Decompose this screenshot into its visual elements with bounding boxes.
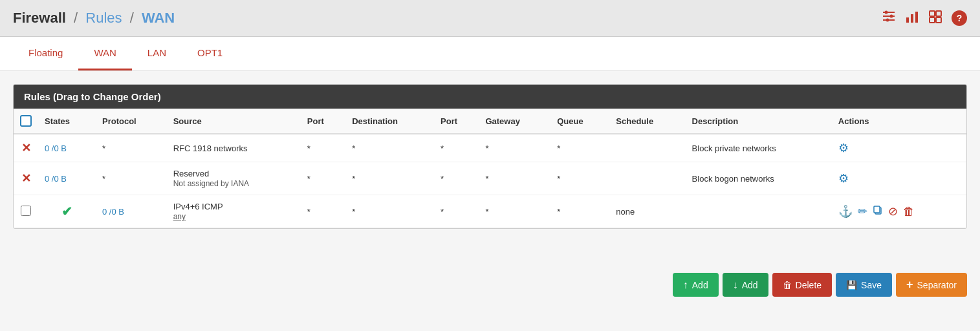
svg-rect-12 [936,17,941,23]
add-below-label: Add [742,280,758,290]
row2-states: 0 /0 B [38,162,96,195]
col-queue: Queue [550,109,609,134]
delete-button[interactable]: 🗑 Delete [772,273,832,297]
chart-bar-icon[interactable] [905,10,919,27]
table-row: ✔ 0 /0 B IPv4+6 ICMP any * * * * * none [14,195,966,228]
svg-rect-14 [874,206,880,213]
col-port2: Port [434,109,479,134]
add-above-icon: ↑ [683,279,688,291]
row3-action-icons: ⚓ ✏ ⊘ 🗑 [838,204,960,219]
col-schedule: Schedule [609,109,685,134]
table-row: ✕ 0 /0 B * RFC 1918 networks * * * * * B… [14,134,966,162]
row3-check-icon: ✔ [61,204,72,219]
tab-wan[interactable]: WAN [78,37,131,70]
row1-protocol: * [96,134,167,162]
svg-rect-6 [906,17,909,23]
row1-destination: * [345,134,434,162]
sliders-icon[interactable] [882,9,896,27]
col-source: Source [167,109,301,134]
row3-actions: ⚓ ✏ ⊘ 🗑 [832,195,966,228]
header-icon-group: ? [882,9,967,27]
row1-status-x: ✕ [21,142,31,155]
breadcrumb-rules[interactable]: Rules [85,10,122,26]
svg-rect-7 [911,14,913,23]
row3-queue: none [609,195,685,228]
tab-lan[interactable]: LAN [132,37,182,70]
col-destination: Destination [345,109,434,134]
row3-protocol-link[interactable]: any [173,212,186,221]
svg-point-1 [885,11,888,14]
col-protocol: Protocol [96,109,167,134]
row3-states: 0 /0 B [96,195,167,228]
row2-destination: * [345,162,434,195]
row2-port2: * [434,162,479,195]
row2-states-link[interactable]: 0 /0 B [45,174,67,184]
col-states: States [38,109,96,134]
row1-port2: * [434,134,479,162]
row1-description: Block private networks [686,134,832,162]
row1-actions: ⚙ [832,134,966,162]
row1-states-link[interactable]: 0 /0 B [45,144,67,153]
add-below-icon: ↓ [733,279,738,291]
row3-port2: * [479,195,550,228]
col-checkbox [14,109,38,134]
table-row: ✕ 0 /0 B * ReservedNot assigned by IANA … [14,162,966,195]
add-above-button[interactable]: ↑ Add [673,273,719,297]
delete-icon[interactable]: 🗑 [903,205,915,219]
save-label: Save [861,280,882,290]
select-all-checkbox[interactable] [20,115,32,127]
row1-states: 0 /0 B [38,134,96,162]
breadcrumb-firewall: Firewall [13,10,66,26]
separator-button[interactable]: + Separator [896,273,967,297]
disable-icon[interactable]: ⊘ [888,204,898,219]
row1-source: RFC 1918 networks [167,134,301,162]
tab-floating[interactable]: Floating [13,37,78,70]
separator-label: Separator [917,280,957,290]
row1-schedule [609,134,685,162]
anchor-icon[interactable]: ⚓ [838,204,853,219]
row1-queue: * [550,134,609,162]
grid-icon[interactable] [928,10,942,27]
breadcrumb-sep2: / [130,10,134,26]
tab-opt1[interactable]: OPT1 [182,37,238,70]
row1-port1: * [301,134,345,162]
footer-action-bar: ↑ Add ↓ Add 🗑 Delete 💾 Save + Separator [0,265,980,304]
row2-actions: ⚙ [832,162,966,195]
row2-gateway: * [479,162,550,195]
row2-source: ReservedNot assigned by IANA [167,162,301,195]
row2-schedule [609,162,685,195]
col-actions: Actions [832,109,966,134]
row3-checkbox-cell [14,195,38,228]
row3-schedule [686,195,832,228]
save-icon: 💾 [846,280,857,290]
page-header: Firewall / Rules / WAN [0,0,980,37]
row1-gateway: * [479,134,550,162]
svg-point-3 [890,15,893,18]
table-header-title: Rules (Drag to Change Order) [14,85,966,109]
save-button[interactable]: 💾 Save [836,273,892,297]
delete-label: Delete [796,280,822,290]
row2-port1: * [301,162,345,195]
help-icon[interactable]: ? [952,10,967,26]
row3-gateway: * [550,195,609,228]
col-description: Description [686,109,832,134]
row1-checkbox-cell: ✕ [14,134,38,162]
row1-gear-icon[interactable]: ⚙ [838,142,849,155]
breadcrumb: Firewall / Rules / WAN [13,10,175,27]
breadcrumb-sep1: / [74,10,78,26]
svg-rect-11 [930,17,935,23]
row3-protocol: IPv4+6 ICMP any [167,195,301,228]
col-gateway: Gateway [479,109,550,134]
row3-port1: * [345,195,434,228]
edit-icon[interactable]: ✏ [858,204,867,219]
row3-status: ✔ [38,195,96,228]
row3-states-link[interactable]: 0 /0 B [102,207,124,217]
copy-icon[interactable] [873,205,883,219]
add-above-label: Add [692,280,708,290]
svg-point-5 [886,19,889,22]
add-below-button[interactable]: ↓ Add [723,273,768,297]
row2-gear-icon[interactable]: ⚙ [838,172,849,185]
row2-protocol: * [96,162,167,195]
row3-checkbox[interactable] [21,206,31,216]
delete-btn-icon: 🗑 [783,280,792,290]
